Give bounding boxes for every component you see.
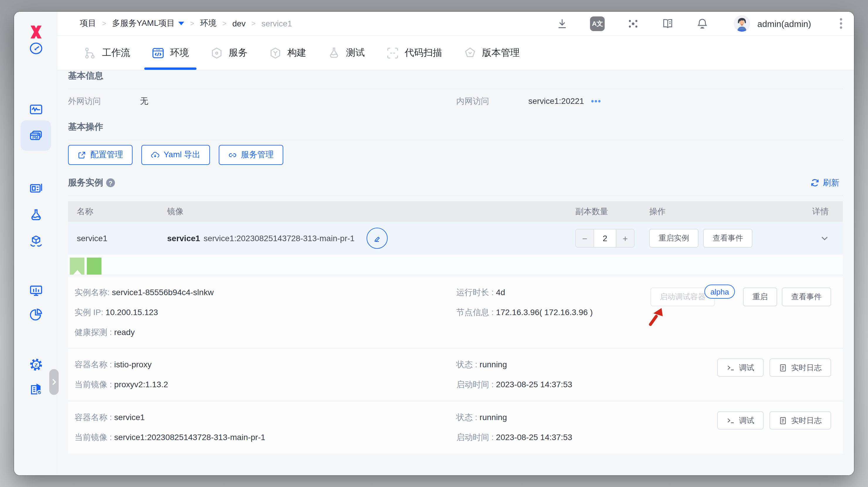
realtime-logs-button[interactable]: 实时日志 xyxy=(770,411,831,429)
external-access-field: 外网访问 无 xyxy=(68,94,456,108)
sidebar-collapse-handle[interactable] xyxy=(49,369,59,395)
refresh-button[interactable]: 刷新 xyxy=(810,178,843,188)
test-flask-icon xyxy=(328,47,340,59)
divider xyxy=(68,195,843,196)
instances-header-row: 服务实例 ? 刷新 xyxy=(68,177,843,188)
bell-icon xyxy=(696,17,709,30)
breadcrumb-separator: > xyxy=(190,19,194,28)
debug-button[interactable]: 调试 xyxy=(717,411,764,429)
edit-image-button[interactable] xyxy=(366,227,388,249)
notifications-button[interactable] xyxy=(696,17,709,30)
tab-workflows[interactable]: 工作流 xyxy=(84,36,130,70)
sidebar-item-settings[interactable]: Z xyxy=(22,352,50,377)
logs-label: 实时日志 xyxy=(791,415,822,426)
translate-button[interactable]: A文 xyxy=(590,16,605,31)
pod-health-value: ready xyxy=(114,327,134,337)
cluster-menu-button[interactable] xyxy=(627,17,640,30)
help-icon[interactable]: ? xyxy=(106,178,115,187)
row-actions: 重启实例 查看事件 xyxy=(649,229,797,248)
pencil-icon xyxy=(372,234,381,243)
internal-access-field: 内网访问 service1:20221 ••• xyxy=(456,94,843,108)
increase-replicas-button[interactable]: + xyxy=(616,230,634,247)
tab-label: 工作流 xyxy=(102,47,130,59)
pod-ip-label: 实例 IP: xyxy=(74,307,103,317)
service-manage-button[interactable]: 服务管理 xyxy=(219,145,283,165)
debug-button[interactable]: 调试 xyxy=(717,359,764,377)
breadcrumb-env-dev[interactable]: dev xyxy=(232,19,245,28)
sidebar-item-projects[interactable]: PM xyxy=(21,120,51,151)
cloud-download-icon xyxy=(151,151,159,159)
pod-details-mid: 运行时长 : 4d 节点信息 : 172.16.3.96( 172.16.3.9… xyxy=(456,286,650,339)
sidebar: PM xyxy=(14,12,58,475)
col-actions: 操作 xyxy=(649,206,797,217)
annotation-arrow-icon xyxy=(648,306,664,326)
document-icon xyxy=(779,416,787,425)
external-access-label: 外网访问 xyxy=(68,94,138,108)
tab-releases[interactable]: 版本管理 xyxy=(464,36,520,70)
sidebar-item-delivery[interactable] xyxy=(22,229,50,253)
col-replicas: 副本数量 xyxy=(575,206,649,217)
container-status-label: 状态 : xyxy=(456,413,477,422)
pod-restart-button[interactable]: 重启 xyxy=(743,287,777,306)
book-icon xyxy=(661,17,674,30)
pod-name-label: 实例名称: xyxy=(74,287,110,297)
sidebar-item-artifacts[interactable] xyxy=(22,176,50,200)
sidebar-item-statistics[interactable] xyxy=(22,302,50,327)
internal-access-more-button[interactable]: ••• xyxy=(591,96,601,105)
pod-ip-value: 10.200.15.123 xyxy=(105,307,158,317)
pod-ip-line: 实例 IP: 10.200.15.123 xyxy=(74,306,456,318)
breadcrumb-projects[interactable]: 项目 xyxy=(80,18,96,29)
instances-table: 名称 镜像 副本数量 操作 详情 service1 service1 servi… xyxy=(68,201,843,454)
version-shield-icon xyxy=(464,47,476,59)
collapse-row-button[interactable] xyxy=(797,234,835,242)
breadcrumb-service: service1 xyxy=(261,19,292,28)
container-left: 容器名称 : service1 当前镜像 : service1:20230825… xyxy=(74,411,456,444)
sidebar-item-insight[interactable] xyxy=(22,97,50,121)
pod-health-line: 健康探测 : ready xyxy=(74,326,456,339)
tab-code-scan[interactable]: 代码扫描 xyxy=(386,36,442,70)
pod-actions: 启动调试容器 alpha 重启 查看事件 xyxy=(650,286,831,339)
tab-builds[interactable]: 构建 xyxy=(269,36,306,70)
decrease-replicas-button[interactable]: − xyxy=(576,230,593,247)
col-detail: 详情 xyxy=(797,206,835,217)
sidebar-item-dashboard[interactable] xyxy=(22,36,50,60)
breadcrumb-project-name[interactable]: 多服务YAML项目 xyxy=(112,18,184,29)
debug-label: 调试 xyxy=(739,362,754,373)
container-name-value: istio-proxy xyxy=(114,360,152,369)
breadcrumb-separator: > xyxy=(102,19,106,28)
sidebar-item-resources[interactable] xyxy=(22,278,50,303)
user-menu[interactable]: admin(admin) xyxy=(734,15,811,32)
restart-instance-button[interactable]: 重启实例 xyxy=(649,229,699,248)
download-button[interactable] xyxy=(556,17,568,30)
basic-info-grid: 外网访问 无 内网访问 service1:20221 ••• xyxy=(68,89,843,108)
container-image-line: 当前镜像 : proxyv2:1.13.2 xyxy=(74,378,456,391)
sidebar-item-enterprise[interactable] xyxy=(22,377,50,401)
docs-button[interactable] xyxy=(661,17,674,30)
pod-uptime-value: 4d xyxy=(496,287,505,297)
pod-details: 实例名称: service1-85556b94c4-slnkw 实例 IP: 1… xyxy=(68,275,843,348)
container-start-value: 2023-08-25 14:37:53 xyxy=(496,432,572,442)
pod-view-events-button[interactable]: 查看事件 xyxy=(782,287,831,306)
build-hexagon-icon xyxy=(269,47,281,59)
realtime-logs-button[interactable]: 实时日志 xyxy=(770,359,831,377)
environment-icon xyxy=(152,47,164,59)
app-window: PM xyxy=(14,12,854,475)
pod-block[interactable] xyxy=(87,257,101,275)
svg-text:Z: Z xyxy=(34,362,38,368)
tab-tests[interactable]: 测试 xyxy=(328,36,365,70)
tab-services[interactable]: 服务 xyxy=(211,36,248,70)
yaml-export-button[interactable]: Yaml 导出 xyxy=(141,145,210,165)
replicas-value[interactable]: 2 xyxy=(593,230,616,247)
pod-name-line: 实例名称: service1-85556b94c4-slnkw xyxy=(74,286,456,299)
config-manage-button[interactable]: 配置管理 xyxy=(68,145,132,165)
sidebar-item-test-center[interactable] xyxy=(22,203,50,227)
container-image-label: 当前镜像 : xyxy=(74,432,112,442)
env-service-detail: 基本信息 外网访问 无 内网访问 service1:20221 ••• 基本操作 xyxy=(58,70,854,475)
pod-block-selected[interactable] xyxy=(70,257,85,275)
more-menu-button[interactable] xyxy=(840,18,842,29)
container-status-label: 状态 : xyxy=(456,360,477,369)
view-events-button[interactable]: 查看事件 xyxy=(703,229,752,248)
breadcrumb-environments[interactable]: 环境 xyxy=(200,18,216,29)
container-name-value: service1 xyxy=(114,413,145,422)
tab-environments[interactable]: 环境 xyxy=(152,36,189,70)
